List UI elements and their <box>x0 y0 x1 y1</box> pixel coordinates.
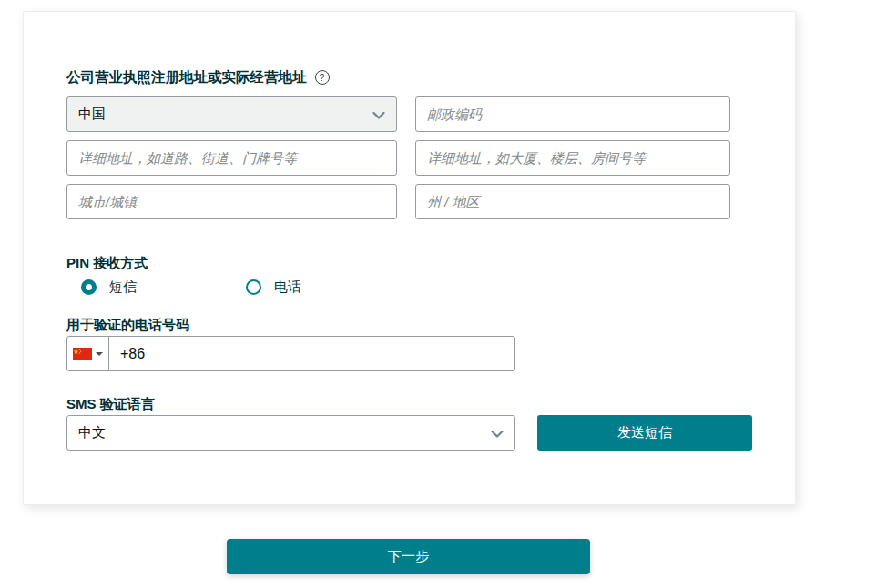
radio-unselected-icon[interactable] <box>246 279 261 295</box>
address-line2-input[interactable] <box>415 140 730 176</box>
radio-option-sms[interactable]: 短信 <box>81 279 137 296</box>
country-select[interactable]: 中国 <box>66 96 397 132</box>
sms-language-label: SMS 验证语言 <box>66 396 752 411</box>
next-step-button[interactable]: 下一步 <box>227 539 590 574</box>
radio-option-phone-label: 电话 <box>274 279 301 296</box>
address-form-card: 公司营业执照注册地址或实际经营地址 ? 中国 PIN 接收方式 短信 <box>23 11 796 505</box>
flag-china-icon <box>73 348 92 360</box>
pin-method-label: PIN 接收方式 <box>66 255 752 270</box>
pin-method-options: 短信 电话 <box>66 279 752 295</box>
caret-down-icon <box>96 352 103 356</box>
radio-option-phone[interactable]: 电话 <box>246 279 301 296</box>
section-title: 公司营业执照注册地址或实际经营地址 ? <box>66 69 752 86</box>
chevron-down-icon <box>491 425 504 441</box>
sms-language-row: 中文 发送短信 <box>66 415 752 451</box>
chevron-down-icon <box>372 106 385 122</box>
send-sms-button[interactable]: 发送短信 <box>537 415 752 451</box>
phone-number-label: 用于验证的电话号码 <box>66 317 752 332</box>
sms-language-select-value: 中文 <box>78 424 106 441</box>
help-question-icon[interactable]: ? <box>315 70 330 85</box>
address-fields-grid: 中国 <box>66 96 752 219</box>
address-line1-input[interactable] <box>66 140 397 176</box>
radio-option-sms-label: 短信 <box>109 279 137 296</box>
country-flag-selector[interactable] <box>67 337 109 370</box>
postal-code-input[interactable] <box>415 96 730 132</box>
registration-page: 公司营业执照注册地址或实际经营地址 ? 中国 PIN 接收方式 短信 <box>0 0 876 588</box>
state-region-input[interactable] <box>415 184 730 219</box>
phone-number-input[interactable] <box>109 337 514 370</box>
city-input[interactable] <box>66 184 397 219</box>
section-title-text: 公司营业执照注册地址或实际经营地址 <box>66 69 307 86</box>
phone-number-field <box>66 336 515 371</box>
country-select-value: 中国 <box>78 106 106 123</box>
radio-selected-icon[interactable] <box>81 279 97 295</box>
sms-language-select[interactable]: 中文 <box>66 415 515 451</box>
